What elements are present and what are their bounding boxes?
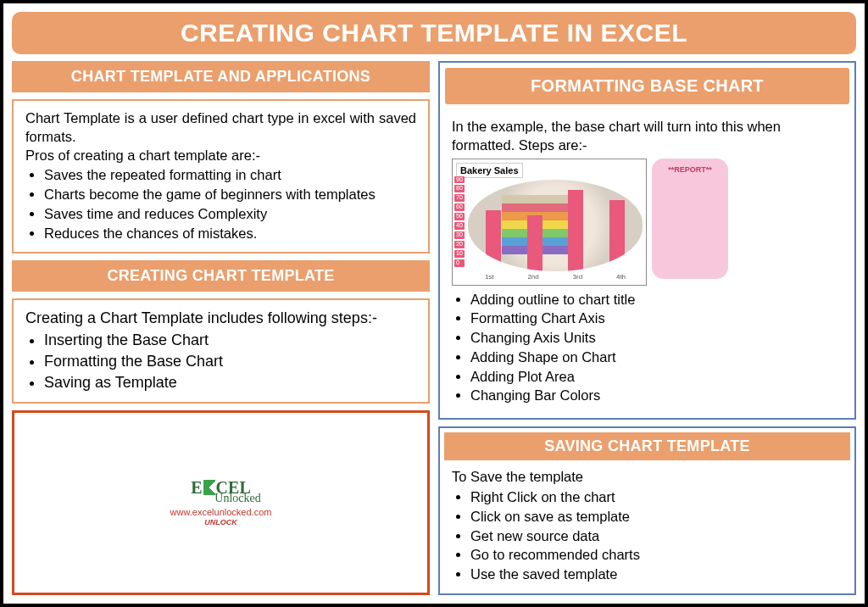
x-tick: 1st — [485, 273, 494, 282]
left-column: CHART TEMPLATE AND APPLICATIONS Chart Te… — [12, 61, 430, 595]
right-column: FORMATTING BASE CHART In the example, th… — [438, 61, 856, 595]
list-item: Go to recommended charts — [470, 546, 843, 565]
list-item: Saves time and reduces Complexity — [44, 205, 416, 224]
logo-url: www.excelunlocked.com — [170, 507, 272, 517]
section-applications-body: Chart Template is a user defined chart t… — [14, 101, 428, 252]
y-axis: 90 80 70 60 50 40 30 20 10 0 — [454, 176, 465, 268]
section-header-formatting: FORMATTING BASE CHART — [445, 68, 849, 104]
section-header-creating: CREATING CHART TEMPLATE — [12, 260, 430, 292]
section-saving: SAVING CHART TEMPLATE To Save the templa… — [438, 426, 856, 595]
list-item: Changing Axis Units — [470, 329, 843, 348]
list-item: Saving as Template — [44, 373, 416, 393]
list-item: Charts become the game of beginners with… — [44, 186, 416, 204]
bars — [468, 180, 643, 271]
list-item: Formatting the Base Chart — [44, 352, 416, 372]
y-tick: 0 — [454, 259, 465, 266]
columns: CHART TEMPLATE AND APPLICATIONS Chart Te… — [12, 61, 856, 595]
applications-list: Saves the repeated formatting in chart C… — [25, 166, 416, 242]
logo-tagline: UNLOCK — [204, 518, 237, 526]
section-formatting: FORMATTING BASE CHART In the example, th… — [438, 61, 856, 420]
y-tick: 50 — [454, 213, 465, 220]
bar-chart: Bakery Sales 90 80 70 60 50 40 30 20 10 — [452, 159, 647, 286]
page-title: CREATING CHART TEMPLATE IN EXCEL — [12, 12, 856, 54]
applications-intro: Chart Template is a user defined chart t… — [25, 109, 416, 147]
bar-2 — [527, 215, 542, 271]
y-tick: 60 — [454, 203, 465, 210]
y-tick: 80 — [454, 185, 465, 192]
x-axis: 1st 2nd 3rd 4th — [468, 273, 643, 282]
list-item: Adding outline to chart title — [470, 291, 843, 309]
bar-1 — [486, 210, 501, 271]
list-item: Changing Bar Colors — [470, 387, 843, 405]
y-tick: 40 — [454, 222, 465, 229]
section-creating-body: Creating a Chart Template includes follo… — [14, 300, 428, 402]
plot-area — [468, 180, 643, 271]
list-item: Reduces the chances of mistakes. — [44, 225, 416, 243]
list-item: Formatting Chart Axis — [470, 309, 843, 328]
section-saving-body: To Save the template Right Click on the … — [440, 465, 854, 593]
list-item: Inserting the Base Chart — [44, 331, 416, 351]
formatting-intro: In the example, the base chart will turn… — [452, 118, 843, 155]
y-tick: 20 — [454, 241, 465, 248]
list-item: Click on save as template — [470, 508, 843, 526]
y-tick: 90 — [454, 176, 465, 183]
section-header-saving: SAVING CHART TEMPLATE — [444, 432, 850, 460]
logo-subtext: Unlocked — [181, 492, 260, 505]
embedded-chart: Bakery Sales 90 80 70 60 50 40 30 20 10 — [452, 159, 843, 286]
x-tick: 3rd — [573, 273, 583, 282]
list-item: Get new source data — [470, 527, 843, 546]
bar-3 — [568, 190, 583, 271]
x-tick: 4th — [616, 273, 626, 282]
y-tick: 30 — [454, 231, 465, 238]
list-item: Right Click on the chart — [470, 488, 843, 507]
creating-list: Inserting the Base Chart Formatting the … — [25, 331, 416, 393]
saving-list: Right Click on the chart Click on save a… — [452, 488, 843, 584]
formatting-list: Adding outline to chart title Formatting… — [452, 291, 843, 406]
saving-intro: To Save the template — [452, 468, 843, 487]
y-tick: 70 — [454, 194, 465, 201]
bar-4 — [609, 200, 625, 271]
report-shape: **REPORT** — [652, 159, 728, 279]
logo-box: E CEL Unlocked www.excelunlocked.com UNL… — [12, 410, 430, 595]
list-item: Adding Plot Area — [470, 368, 843, 387]
list-item: Use the saved template — [470, 565, 843, 584]
x-tick: 2nd — [527, 273, 538, 282]
section-applications: Chart Template is a user defined chart t… — [12, 99, 430, 253]
section-creating: Creating a Chart Template includes follo… — [12, 298, 430, 404]
chart-title: Bakery Sales — [456, 163, 523, 179]
list-item: Adding Shape on Chart — [470, 348, 843, 367]
list-item: Saves the repeated formatting in chart — [44, 166, 416, 185]
section-formatting-body: In the example, the base chart will turn… — [440, 109, 854, 415]
applications-pros-label: Pros of creating a chart template are:- — [25, 147, 416, 165]
page: CREATING CHART TEMPLATE IN EXCEL CHART T… — [0, 0, 868, 607]
creating-intro: Creating a Chart Template includes follo… — [25, 309, 416, 329]
y-tick: 10 — [454, 250, 465, 257]
section-header-applications: CHART TEMPLATE AND APPLICATIONS — [12, 61, 430, 92]
